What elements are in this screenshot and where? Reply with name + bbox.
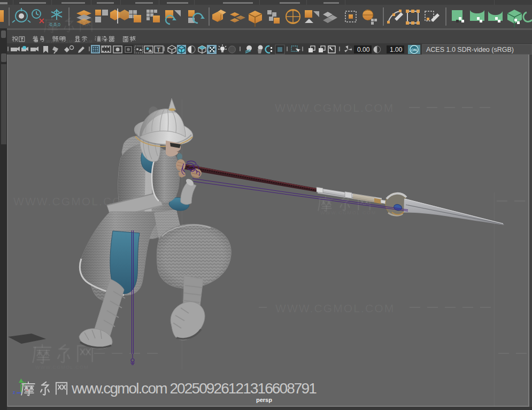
svg-text:persp: persp — [256, 397, 272, 403]
svg-text:z: z — [13, 390, 16, 395]
